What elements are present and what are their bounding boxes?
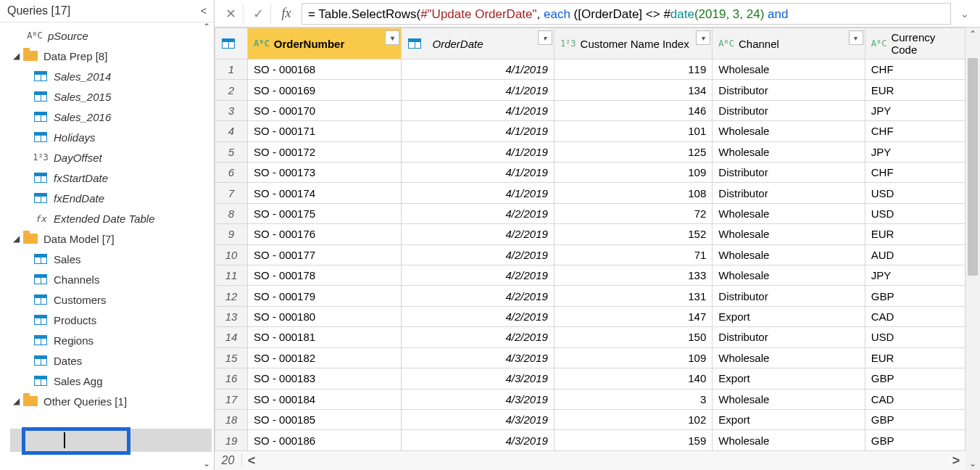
table-row[interactable]: 9SO - 0001764/2/2019152WholesaleEUR — [215, 224, 966, 244]
formula-input[interactable]: = Table.SelectRows(#"Update OrderDate", … — [302, 3, 951, 25]
row-number[interactable]: 12 — [215, 286, 248, 306]
cell-date[interactable]: 4/3/2019 — [402, 409, 554, 429]
table-row[interactable]: 8SO - 0001754/2/201972WholesaleUSD — [215, 203, 966, 223]
query-item[interactable]: Sales Agg — [0, 371, 214, 391]
column-dropdown-icon[interactable]: ▾ — [849, 30, 863, 45]
cell-currency[interactable]: USD — [865, 327, 965, 347]
cell-order[interactable]: SO - 000179 — [248, 286, 402, 306]
cell-index[interactable]: 134 — [554, 80, 712, 100]
cell-channel[interactable]: Wholesale — [713, 141, 865, 162]
table-row[interactable]: 7SO - 0001744/1/2019108DistributorUSD — [215, 183, 966, 203]
cell-order[interactable]: SO - 000180 — [248, 306, 402, 326]
cell-currency[interactable]: GBP — [865, 286, 965, 306]
row-number[interactable]: 3 — [215, 100, 248, 120]
row-number[interactable]: 9 — [215, 224, 248, 244]
cell-order[interactable]: SO - 000168 — [248, 59, 402, 80]
group-data-model[interactable]: ◢ Data Model [7] — [0, 228, 214, 249]
cell-index[interactable]: 109 — [554, 347, 712, 368]
table-row[interactable]: 14SO - 0001814/2/2019150DistributorUSD — [215, 327, 966, 347]
col-currency[interactable]: AᴮCCurrency Code — [865, 28, 965, 59]
cell-currency[interactable]: EUR — [865, 224, 965, 244]
col-order-number[interactable]: AᴮCOrderNumber ▾ — [248, 28, 402, 59]
query-item[interactable]: Products — [0, 310, 214, 330]
row-number[interactable]: 13 — [215, 306, 248, 326]
cell-date[interactable]: 4/2/2019 — [402, 203, 554, 223]
cell-order[interactable]: SO - 000176 — [248, 224, 402, 244]
cell-channel[interactable]: Wholesale — [713, 203, 865, 223]
cell-index[interactable]: 131 — [554, 286, 712, 306]
cell-date[interactable]: 4/1/2019 — [402, 162, 554, 183]
cell-currency[interactable]: CAD — [865, 306, 965, 326]
cell-index[interactable]: 147 — [554, 306, 712, 326]
cell-order[interactable]: SO - 000170 — [248, 100, 402, 120]
row-number[interactable]: 18 — [215, 409, 248, 429]
cell-date[interactable]: 4/3/2019 — [402, 368, 554, 389]
row-number[interactable]: 19 — [215, 430, 248, 451]
row-number[interactable]: 8 — [215, 203, 248, 223]
cell-order[interactable]: SO - 000177 — [248, 244, 402, 265]
cell-channel[interactable]: Distributor — [713, 286, 865, 306]
cell-date[interactable]: 4/2/2019 — [402, 306, 554, 326]
cell-order[interactable]: SO - 000169 — [248, 80, 402, 100]
cell-index[interactable]: 102 — [554, 409, 712, 429]
cell-index[interactable]: 152 — [554, 224, 712, 244]
collapse-pane-icon[interactable]: < — [201, 5, 207, 17]
cell-date[interactable]: 4/2/2019 — [402, 286, 554, 306]
query-item[interactable]: Channels — [0, 269, 214, 289]
table-row[interactable]: 12SO - 0001794/2/2019131DistributorGBP — [215, 286, 966, 306]
cell-order[interactable]: SO - 000175 — [248, 203, 402, 223]
cell-index[interactable]: 3 — [554, 389, 712, 409]
column-filter-icon[interactable]: ▾ — [538, 30, 552, 45]
query-item[interactable]: Dates — [0, 350, 214, 371]
table-row[interactable]: 13SO - 0001804/2/2019147ExportCAD — [215, 306, 966, 326]
query-item[interactable]: Sales — [0, 249, 214, 269]
cell-channel[interactable]: Distributor — [713, 183, 865, 203]
cell-channel[interactable]: Wholesale — [713, 121, 865, 141]
column-dropdown-icon[interactable]: ▾ — [385, 30, 399, 45]
query-item[interactable]: Sales_2016 — [0, 107, 214, 127]
cell-order[interactable]: SO - 000186 — [248, 430, 402, 451]
cell-index[interactable]: 108 — [554, 183, 712, 203]
row-number[interactable]: 2 — [215, 80, 248, 100]
fx-icon[interactable]: fx — [274, 6, 299, 21]
table-row[interactable]: 15SO - 0001824/3/2019109WholesaleEUR — [215, 347, 966, 368]
cell-order[interactable]: SO - 000185 — [248, 409, 402, 429]
cell-index[interactable]: 125 — [554, 141, 712, 162]
cell-index[interactable]: 101 — [554, 121, 712, 141]
cell-order[interactable]: SO - 000181 — [248, 327, 402, 347]
cell-currency[interactable]: EUR — [865, 80, 965, 100]
cell-date[interactable]: 4/1/2019 — [402, 183, 554, 203]
query-item[interactable]: Sales_2015 — [0, 86, 214, 107]
cell-currency[interactable]: GBP — [865, 430, 965, 451]
row-number[interactable]: 14 — [215, 327, 248, 347]
commit-formula-button[interactable]: ✓ — [246, 4, 271, 24]
table-row[interactable]: 19SO - 0001864/3/2019159WholesaleGBP — [215, 430, 966, 451]
query-item[interactable]: fxExtended Date Table — [0, 208, 214, 228]
cell-currency[interactable]: CAD — [865, 389, 965, 409]
scroll-right-icon[interactable]: > — [947, 453, 966, 469]
cell-date[interactable]: 4/2/2019 — [402, 244, 554, 265]
cell-currency[interactable]: CHF — [865, 59, 965, 80]
cell-channel[interactable]: Distributor — [713, 80, 865, 100]
col-channel[interactable]: AᴮCChannel ▾ — [713, 28, 865, 59]
query-item[interactable]: Regions — [0, 330, 214, 350]
cell-channel[interactable]: Wholesale — [713, 347, 865, 368]
cell-index[interactable]: 109 — [554, 162, 712, 183]
cell-date[interactable]: 4/2/2019 — [402, 265, 554, 286]
cell-channel[interactable]: Wholesale — [713, 389, 865, 409]
table-row[interactable]: 2SO - 0001694/1/2019134DistributorEUR — [215, 80, 966, 100]
cell-channel[interactable]: Wholesale — [713, 59, 865, 80]
cell-currency[interactable]: CHF — [865, 121, 965, 141]
row-number[interactable]: 16 — [215, 368, 248, 389]
expand-formula-icon[interactable]: ⌄ — [954, 8, 976, 20]
cell-channel[interactable]: Distributor — [713, 327, 865, 347]
cell-index[interactable]: 119 — [554, 59, 712, 80]
row-number[interactable]: 6 — [215, 162, 248, 183]
table-row[interactable]: 4SO - 0001714/1/2019101WholesaleCHF — [215, 121, 966, 141]
table-row[interactable]: 11SO - 0001784/2/2019133WholesaleJPY — [215, 265, 966, 286]
cell-index[interactable]: 150 — [554, 327, 712, 347]
row-number[interactable]: 10 — [215, 244, 248, 265]
col-customer-index[interactable]: 1²3Customer Name Index ▾ — [554, 28, 712, 59]
cell-channel[interactable]: Wholesale — [713, 224, 865, 244]
table-row[interactable]: 16SO - 0001834/3/2019140ExportGBP — [215, 368, 966, 389]
